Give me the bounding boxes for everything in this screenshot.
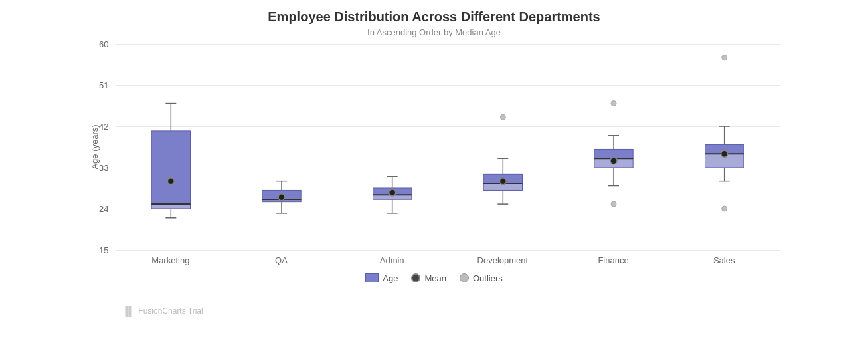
y-label-24: 24 bbox=[99, 203, 108, 213]
x-labels-row: MarketingQAAdminDevelopmentFinanceSales bbox=[116, 255, 780, 265]
y-label-51: 51 bbox=[99, 80, 108, 90]
x-label-admin: Admin bbox=[337, 255, 448, 265]
chart-title: Employee Distribution Across Different D… bbox=[69, 9, 800, 25]
legend-age-label: Age bbox=[383, 273, 398, 283]
svg-rect-5 bbox=[151, 130, 190, 203]
chart-legend: Age Mean Outliers bbox=[69, 273, 800, 283]
svg-point-32 bbox=[500, 114, 505, 120]
x-label-qa: QA bbox=[226, 255, 337, 265]
svg-point-23 bbox=[389, 189, 395, 195]
x-label-development: Development bbox=[448, 255, 559, 265]
x-label-marketing: Marketing bbox=[116, 255, 226, 265]
legend-mean-icon bbox=[411, 273, 420, 282]
legend-age-icon bbox=[365, 273, 379, 282]
chart-container: Employee Distribution Across Different D… bbox=[69, 9, 800, 328]
svg-point-40 bbox=[610, 157, 617, 164]
svg-point-42 bbox=[611, 100, 616, 106]
svg-point-50 bbox=[721, 150, 727, 157]
x-label-sales: Sales bbox=[669, 255, 780, 265]
svg-point-7 bbox=[167, 177, 174, 184]
y-label-15: 15 bbox=[99, 245, 108, 255]
legend-mean-label: Mean bbox=[424, 273, 446, 283]
legend-age: Age bbox=[365, 273, 398, 283]
y-axis-title: Age (years) bbox=[90, 124, 100, 169]
chart-subtitle: In Ascending Order by Median Age bbox=[69, 27, 800, 37]
y-label-42: 42 bbox=[99, 121, 108, 131]
svg-rect-4 bbox=[151, 204, 190, 209]
svg-point-31 bbox=[499, 177, 506, 184]
legend-mean: Mean bbox=[411, 273, 446, 283]
svg-point-41 bbox=[611, 201, 616, 207]
y-label-60: 60 bbox=[99, 39, 108, 49]
legend-outliers: Outliers bbox=[460, 273, 503, 283]
svg-point-51 bbox=[721, 55, 727, 60]
legend-outliers-label: Outliers bbox=[473, 273, 503, 283]
watermark-text: FusionCharts Trial bbox=[138, 306, 203, 316]
watermark-icon: ▐▌ bbox=[122, 306, 135, 316]
boxplot-svg bbox=[116, 44, 780, 250]
x-label-finance: Finance bbox=[558, 255, 669, 265]
y-label-33: 33 bbox=[99, 162, 108, 172]
svg-point-15 bbox=[278, 193, 285, 200]
svg-point-52 bbox=[721, 206, 727, 211]
legend-outlier-icon bbox=[460, 273, 469, 282]
plot-area: Age (years) 152433425160 bbox=[116, 44, 780, 250]
watermark: ▐▌ FusionCharts Trial bbox=[122, 306, 203, 316]
